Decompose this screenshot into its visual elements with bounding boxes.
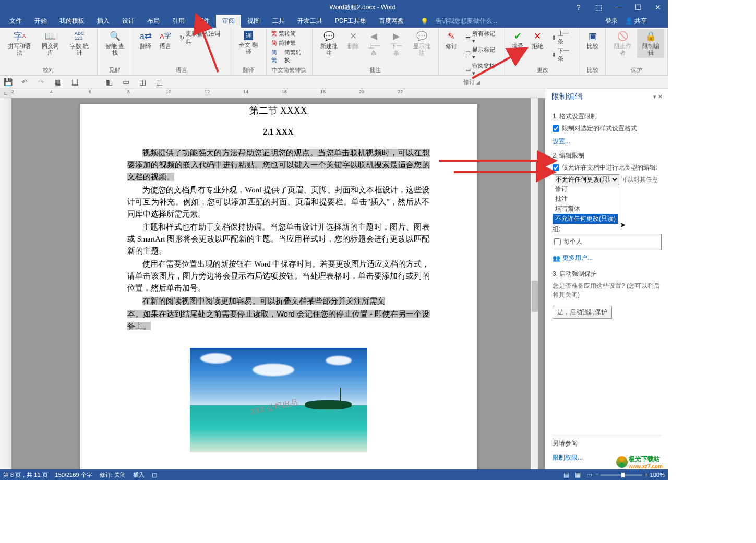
reject-button[interactable]: ✕拒绝 [528, 29, 547, 51]
spellcheck-button[interactable]: 字A拼写和语法 [3, 29, 36, 58]
view-print[interactable]: ▦ [572, 470, 584, 479]
view-web[interactable]: ▭ [584, 470, 595, 479]
wordcount-button[interactable]: ABC123字数 统计 [65, 29, 94, 58]
tab-mytemplates[interactable]: 我的模板 [53, 15, 91, 28]
document-area[interactable]: 第二节 XXXX 2.1 XXX 视频提供了功能强大的方法帮助您证明您的观点。当… [11, 98, 545, 469]
zoom-in[interactable]: + [644, 472, 647, 478]
view-read[interactable]: ▤ [561, 470, 572, 479]
scrollbar-thumb[interactable] [532, 281, 538, 312]
vertical-ruler[interactable] [0, 98, 11, 469]
everyone-checkbox[interactable]: 每个人 [554, 237, 660, 246]
tab-baidu[interactable]: 百度网盘 [373, 15, 410, 28]
ruler-corner[interactable]: L [0, 89, 11, 98]
tab-insert[interactable]: 插入 [91, 15, 116, 28]
more-users-link[interactable]: 👥更多用户... [553, 254, 662, 262]
tab-view[interactable]: 视图 [241, 15, 266, 28]
exceptions-box[interactable]: 每个人 [553, 234, 662, 250]
qat-view3[interactable]: ◧ [104, 77, 114, 87]
option-comments[interactable]: 批注 [553, 194, 618, 204]
tab-layout[interactable]: 布局 [141, 15, 166, 28]
start-enforcement-button[interactable]: 是，启动强制保护 [553, 306, 612, 319]
see-also-label: 另请参阅 [553, 439, 662, 448]
restrict-editing-button[interactable]: 🔒限制编辑 [637, 29, 664, 58]
status-page[interactable]: 第 8 页，共 11 页 [3, 471, 48, 479]
login-link[interactable]: 登录 [605, 17, 618, 26]
minimize-button[interactable]: — [608, 0, 628, 15]
translate-button[interactable]: a⇄翻译 [136, 29, 155, 51]
tab-review[interactable]: 审阅 [216, 15, 241, 28]
display-for-review-dropdown[interactable]: ☰所有标记 ▾ [464, 29, 501, 45]
qat-view5[interactable]: ◫ [138, 77, 147, 87]
share-button[interactable]: 👤 共享 [625, 17, 647, 26]
panel-dropdown[interactable]: ▾ [653, 93, 656, 100]
compare-button[interactable]: ▣比较 [583, 29, 602, 51]
track-changes-button[interactable]: ✎修订 [442, 29, 461, 51]
help-button[interactable]: ? [569, 0, 589, 15]
qat-undo[interactable]: ↶ [20, 77, 29, 87]
formatting-restrictions-checkbox[interactable]: 限制对选定的样式设置格式 [553, 124, 662, 133]
qat-view2[interactable]: ▤ [70, 77, 79, 87]
panel-close[interactable]: ✕ [658, 93, 663, 100]
tracking-launcher[interactable]: ◢ [476, 80, 480, 85]
restrict-permission-link[interactable]: 限制权限... [553, 453, 583, 462]
reviewing-pane-dropdown[interactable]: ▭审阅窗格 ▾ [464, 62, 501, 77]
language-button[interactable]: A字语言 [156, 29, 175, 51]
trad-to-simp-button[interactable]: 繁繁转简 [270, 29, 309, 38]
group-changes: ✔接受 ✕拒绝 ⬆上一条 ⬇下一条 更改 [505, 28, 580, 75]
status-wordcount[interactable]: 150/2169 个字 [55, 471, 92, 479]
inline-image[interactable]: XXX 公司出品 [190, 348, 367, 452]
horizontal-ruler[interactable]: 246810121416182022 [11, 89, 545, 98]
close-button[interactable]: ✕ [648, 0, 668, 15]
group-protect: 🚫阻止作者 🔒限制编辑 保护 [606, 28, 668, 75]
qat-save[interactable]: 💾 [3, 77, 13, 87]
next-change-button[interactable]: ⬇下一条 [550, 46, 577, 63]
group-tracking: ✎修订 ☰所有标记 ▾ ☐显示标记 ▾ ▭审阅窗格 ▾ 修订 ◢ [439, 28, 505, 75]
zoom-level[interactable]: 100% [650, 472, 665, 478]
update-ime-button[interactable]: ↻更新输入法词典 [178, 29, 227, 46]
group-chinese-conversion: 繁繁转简 简简转繁 简繁简繁转换 中文简繁转换 [267, 28, 313, 75]
tab-mail[interactable]: 邮件 [191, 15, 216, 28]
option-revisions[interactable]: 修订 [553, 184, 618, 194]
status-insert[interactable]: 插入 [133, 471, 145, 479]
tab-tools[interactable]: 工具 [266, 15, 291, 28]
vertical-scrollbar[interactable] [531, 98, 538, 469]
tab-developer[interactable]: 开发工具 [291, 15, 329, 28]
tab-file[interactable]: 文件 [3, 15, 28, 28]
smart-lookup-button[interactable]: 🔍智能 查找 [101, 29, 129, 58]
show-markup-dropdown[interactable]: ☐显示标记 ▾ [464, 45, 501, 61]
maximize-button[interactable]: ☐ [628, 0, 648, 15]
editing-type-select[interactable]: 不允许任何更改(只读) [553, 174, 619, 185]
qat-view4[interactable]: ▭ [121, 77, 130, 87]
qat-redo[interactable]: ↷ [37, 77, 46, 87]
accept-button[interactable]: ✔接受 [508, 29, 527, 51]
chinese-convert-button[interactable]: 简繁简繁转换 [270, 48, 309, 65]
status-extra[interactable]: ▢ [152, 472, 157, 478]
qat-view6[interactable]: ▥ [154, 77, 164, 87]
tab-design[interactable]: 设计 [116, 15, 141, 28]
zoom-slider[interactable] [601, 474, 642, 476]
status-track[interactable]: 修订: 关闭 [100, 471, 126, 479]
block-authors-button[interactable]: 🚫阻止作者 [609, 29, 636, 58]
prev-comment-button[interactable]: ◀上一条 [364, 29, 385, 58]
delete-comment-button[interactable]: ✕删除 [344, 29, 363, 51]
show-comments-button[interactable]: 💬显示批注 [408, 29, 435, 58]
qat-view1[interactable]: ▦ [53, 77, 63, 87]
thesaurus-button[interactable]: 📖同义词库 [37, 29, 64, 58]
option-forms[interactable]: 填写窗体 [553, 204, 618, 214]
new-comment-button[interactable]: 💬新建批注 [316, 29, 343, 58]
prev-change-button[interactable]: ⬆上一条 [550, 29, 577, 46]
settings-link[interactable]: 设置... [553, 137, 570, 146]
ribbon-display-options[interactable]: ⬚ [589, 0, 608, 15]
simp-to-trad-button[interactable]: 简简转繁 [270, 39, 309, 47]
zoom-out[interactable]: − [595, 472, 598, 478]
tab-home[interactable]: 开始 [28, 15, 53, 28]
tab-references[interactable]: 引用 [166, 15, 191, 28]
tab-pdf[interactable]: PDF工具集 [329, 15, 373, 28]
option-readonly[interactable]: 不允许任何更改(只读) [553, 214, 618, 224]
compare-icon: ▣ [587, 31, 598, 41]
tellme-input[interactable]: 告诉我您想要做什么... [436, 17, 497, 26]
fulltext-translate-button[interactable]: 译全文 翻译 [234, 29, 263, 57]
paragraph: 在新的阅读视图中阅读更加容易。可以折叠文档某些部分并关注所需文 [127, 295, 430, 307]
next-comment-button[interactable]: ▶下一条 [386, 29, 407, 58]
editing-restrictions-checkbox[interactable]: 仅允许在文档中进行此类型的编辑: [553, 163, 662, 172]
